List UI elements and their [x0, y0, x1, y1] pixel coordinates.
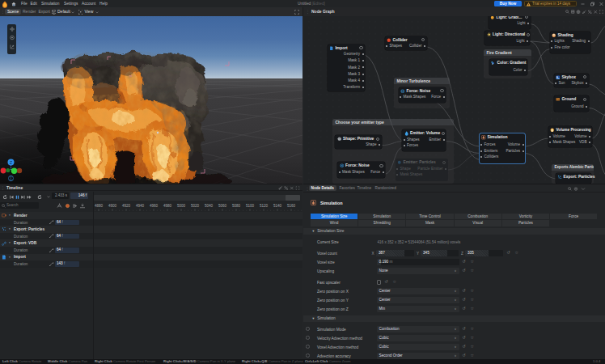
svg-text:Z: Z — [10, 159, 12, 164]
